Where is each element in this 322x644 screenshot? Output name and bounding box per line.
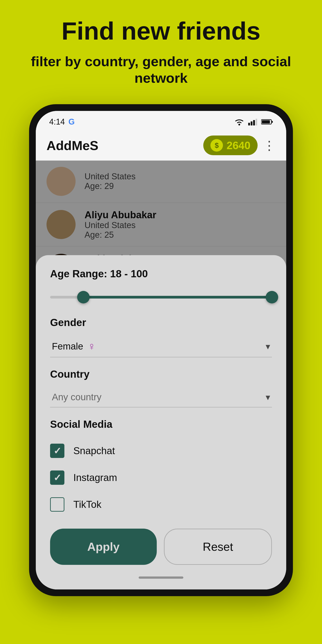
country-label: Country [50, 368, 272, 380]
status-bar: 4:14 G [36, 111, 286, 130]
signal-icon [248, 118, 257, 126]
slider-thumb-min[interactable] [77, 291, 90, 304]
chevron-down-icon: ▾ [266, 392, 270, 402]
home-indicator-bar [139, 576, 183, 579]
age-range-slider[interactable] [50, 290, 272, 304]
page-subheadline: filter by country, gender, age and socia… [0, 53, 322, 86]
google-icon: G [68, 117, 75, 126]
slider-fill [84, 296, 272, 298]
svg-rect-7 [272, 121, 273, 123]
apply-button[interactable]: Apply [50, 528, 157, 565]
snapchat-checkbox[interactable]: ✓ [50, 444, 64, 458]
filter-bottom-sheet: Age Range: 18 - 100 Gender Female [36, 255, 286, 590]
reset-button[interactable]: Reset [164, 528, 272, 565]
instagram-label: Instagram [73, 472, 117, 483]
slider-thumb-max[interactable] [266, 291, 278, 304]
app-bar: AddMeS $ 2640 ⋮ [36, 130, 286, 160]
tiktok-row[interactable]: TikTok [50, 491, 272, 518]
age-range-label: Age Range: 18 - 100 [50, 268, 272, 280]
svg-rect-3 [253, 120, 255, 126]
svg-point-0 [238, 124, 240, 126]
app-title: AddMeS [46, 138, 98, 153]
action-buttons: Apply Reset [50, 528, 272, 565]
status-icons [234, 118, 273, 126]
status-time: 4:14 [49, 117, 65, 126]
country-dropdown[interactable]: Any country ▾ [50, 387, 272, 408]
gender-label: Gender [50, 316, 272, 328]
phone-screen: 4:14 G [36, 111, 286, 590]
snapchat-label: Snapchat [73, 445, 115, 456]
user-list: United States Age: 29 Aliyu Abubakar Uni… [36, 160, 286, 590]
phone-device: 4:14 G [29, 104, 293, 596]
svg-rect-6 [262, 120, 270, 124]
battery-icon [261, 119, 273, 125]
instagram-checkbox[interactable]: ✓ [50, 470, 64, 485]
social-media-label: Social Media [50, 418, 272, 430]
page-headline: Find new friends [48, 18, 274, 44]
snapchat-row[interactable]: ✓ Snapchat [50, 438, 272, 464]
svg-rect-4 [256, 119, 257, 126]
gender-dropdown[interactable]: Female ♀ ▾ [50, 336, 272, 357]
tiktok-label: TikTok [73, 499, 102, 510]
chevron-down-icon: ▾ [266, 341, 270, 352]
checkmark-icon: ✓ [54, 446, 61, 456]
coin-badge: $ 2640 [203, 136, 258, 155]
country-value: Any country [52, 392, 102, 402]
gender-value: Female ♀ [52, 340, 96, 352]
more-options-icon[interactable]: ⋮ [263, 138, 276, 153]
svg-rect-2 [251, 122, 252, 126]
wifi-icon [234, 118, 244, 126]
home-indicator [50, 572, 272, 580]
instagram-row[interactable]: ✓ Instagram [50, 464, 272, 491]
social-media-section: Social Media ✓ Snapchat ✓ [50, 418, 272, 518]
svg-rect-1 [248, 123, 250, 126]
filter-overlay: Age Range: 18 - 100 Gender Female [36, 160, 286, 590]
tiktok-checkbox[interactable] [50, 497, 64, 512]
checkmark-icon: ✓ [54, 472, 61, 483]
female-icon: ♀ [88, 340, 96, 352]
coin-icon: $ [210, 139, 223, 152]
coin-amount: 2640 [226, 139, 250, 152]
